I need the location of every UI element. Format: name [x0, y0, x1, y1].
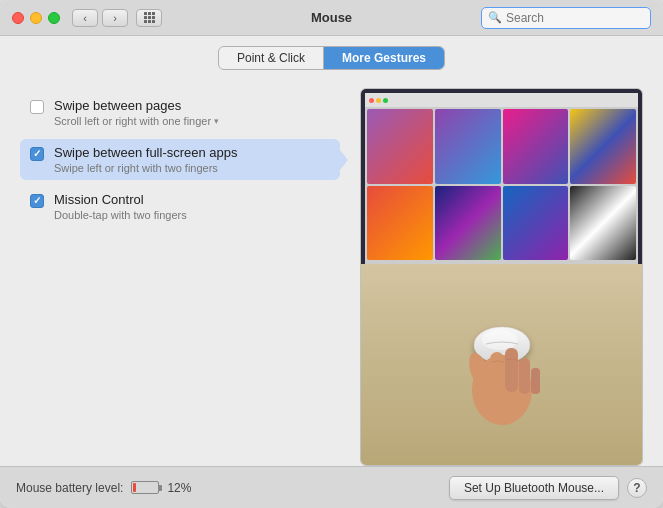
preview-dot-green [383, 98, 388, 103]
setup-bluetooth-button[interactable]: Set Up Bluetooth Mouse... [449, 476, 619, 500]
svg-point-2 [482, 330, 518, 350]
search-input[interactable] [506, 11, 644, 25]
preview-grid [365, 107, 638, 264]
option-title-swipe-pages: Swipe between pages [54, 98, 219, 113]
option-swipe-pages: Swipe between pages Scroll left or right… [20, 92, 340, 133]
option-swipe-fullscreen: Swipe between full-screen apps Swipe lef… [20, 139, 340, 180]
option-text-swipe-pages: Swipe between pages Scroll left or right… [54, 98, 219, 127]
search-icon: 🔍 [488, 11, 502, 24]
content: Swipe between pages Scroll left or right… [0, 78, 663, 466]
dropdown-arrow-icon[interactable]: ▾ [214, 116, 219, 126]
battery-icon [131, 481, 159, 494]
segmented-control: Point & Click More Gestures [218, 46, 445, 70]
checkbox-swipe-fullscreen[interactable] [30, 147, 44, 161]
battery-body [131, 481, 159, 494]
option-mission-control: Mission Control Double-tap with two fing… [20, 186, 340, 227]
help-button[interactable]: ? [627, 478, 647, 498]
battery-fill [133, 483, 135, 492]
svg-rect-4 [490, 352, 504, 392]
svg-rect-6 [519, 358, 530, 394]
checkbox-mission-control[interactable] [30, 194, 44, 208]
preview-cell-8 [570, 186, 636, 261]
battery-percentage: 12% [167, 481, 191, 495]
window: ‹ › Mouse 🔍 Point & Click More Gestures [0, 0, 663, 508]
traffic-lights [12, 12, 60, 24]
option-title-mission-control: Mission Control [54, 192, 187, 207]
preview-cell-4 [570, 109, 636, 184]
preview-cell-5 [367, 186, 433, 261]
preview-cell-7 [503, 186, 569, 261]
preview-screen [361, 89, 642, 264]
forward-button[interactable]: › [102, 9, 128, 27]
tab-more-gestures[interactable]: More Gestures [324, 47, 444, 69]
battery-label: Mouse battery level: [16, 481, 123, 495]
preview-dot-red [369, 98, 374, 103]
option-subtitle-mission-control: Double-tap with two fingers [54, 209, 187, 221]
option-subtitle-swipe-fullscreen: Swipe left or right with two fingers [54, 162, 238, 174]
search-bar[interactable]: 🔍 [481, 7, 651, 29]
toolbar: Point & Click More Gestures [0, 36, 663, 78]
preview-screen-inner [365, 93, 638, 264]
preview-photo [361, 264, 642, 465]
tab-point-click[interactable]: Point & Click [219, 47, 323, 69]
option-text-mission-control: Mission Control Double-tap with two fing… [54, 192, 187, 221]
close-button[interactable] [12, 12, 24, 24]
preview-panel [360, 88, 643, 466]
preview-cell-3 [503, 109, 569, 184]
checkbox-swipe-pages[interactable] [30, 100, 44, 114]
option-title-swipe-fullscreen: Swipe between full-screen apps [54, 145, 238, 160]
svg-rect-7 [531, 368, 540, 394]
grid-icon [144, 12, 155, 23]
option-text-swipe-fullscreen: Swipe between full-screen apps Swipe lef… [54, 145, 238, 174]
footer: Mouse battery level: 12% Set Up Bluetoot… [0, 466, 663, 508]
window-title: Mouse [311, 10, 352, 25]
nav-buttons: ‹ › [72, 9, 128, 27]
grid-button[interactable] [136, 9, 162, 27]
maximize-button[interactable] [48, 12, 60, 24]
mouse-hand-illustration [422, 300, 582, 430]
preview-cell-1 [367, 109, 433, 184]
svg-rect-5 [505, 348, 518, 392]
back-button[interactable]: ‹ [72, 9, 98, 27]
preview-cell-6 [435, 186, 501, 261]
preview-dot-yellow [376, 98, 381, 103]
left-panel: Swipe between pages Scroll left or right… [20, 88, 340, 466]
option-subtitle-swipe-pages: Scroll left or right with one finger ▾ [54, 115, 219, 127]
minimize-button[interactable] [30, 12, 42, 24]
preview-cell-2 [435, 109, 501, 184]
preview-header [365, 93, 638, 107]
titlebar: ‹ › Mouse 🔍 [0, 0, 663, 36]
